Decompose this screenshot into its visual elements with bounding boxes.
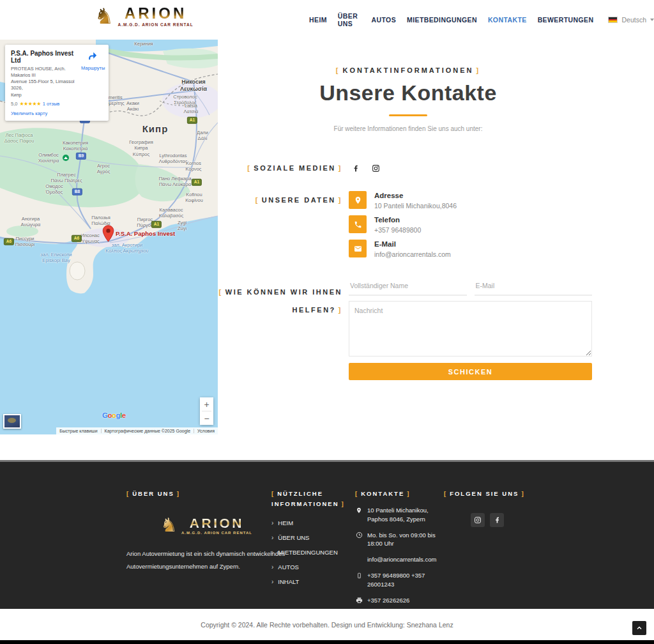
back-to-top-button[interactable] (632, 621, 646, 635)
footer-hours-item: Mo. bis So. von 09:00 bis 18:00 Uhr (355, 531, 443, 549)
social-label: [SOZIALE MEDIEN] (218, 165, 349, 172)
copyright-text: Copyright © 2024. Alle Rechte vorbehalte… (201, 621, 453, 629)
footer-email-item: info@arioncarrentals.com (355, 555, 443, 564)
copyright-bar: Copyright © 2024. Alle Rechte vorbehalte… (0, 609, 654, 640)
nav-item-mietbedingungen[interactable]: MIETBEDINGUNGEN (407, 16, 477, 24)
footer-facebook-button[interactable] (490, 513, 504, 527)
footer-brand-name: ARION (190, 516, 244, 530)
footer-address-item: 10 Panteli Michanikou, Paphos 8046, Zype… (355, 506, 443, 524)
footer-contacts-label: [KONTAKTE] (355, 489, 443, 499)
contact-form-row: [WIE KÖNNEN WIR IHNEN HELFEN?] SCHICKEN (218, 278, 598, 380)
reviews-link[interactable]: 1 отзыв (43, 101, 60, 107)
submit-button[interactable]: SCHICKEN (349, 363, 592, 380)
email-value: info@arioncarrentals.com (374, 250, 451, 258)
nav-item-autos[interactable]: AUTOS (371, 16, 396, 24)
mobile-phone-icon (355, 571, 363, 589)
horse-logo-icon: ♞ (160, 516, 178, 535)
footer-fax-item: +357 26262626 (355, 596, 443, 605)
caret-down-icon (650, 19, 654, 21)
footer-brand-subtitle: A.M.G.D. ARION CAR RENTAL (181, 531, 252, 535)
footer-phone-item: +357 96489800 +357 26001243 (355, 571, 443, 589)
instagram-icon (474, 516, 482, 524)
footer-link-mietbedingungen[interactable]: MIETBEDINGUNGEN (271, 549, 351, 556)
section-tag: [KONTAKTINFORMATIONEN] (218, 40, 598, 74)
road-badge: A6 (72, 235, 82, 242)
enlarge-map-link[interactable]: Увеличить карту (11, 111, 103, 116)
footer-instagram-button[interactable] (471, 513, 485, 527)
envelope-icon (349, 240, 367, 257)
google-map[interactable]: Кериния Никосия Λευκωσία Строволос Στρόβ… (0, 40, 218, 434)
contact-form: SCHICKEN (349, 278, 592, 380)
footer-logo[interactable]: ♞ ARION A.M.G.D. ARION CAR RENTAL (126, 516, 286, 535)
footer-link-inhalt[interactable]: INHALT (271, 578, 351, 585)
map-attribution: Быстрые клавиши Картографические данные … (56, 427, 218, 434)
contact-data-row: [UNSERE DATEN] Adresse 10 Panteli Michan… (218, 191, 598, 264)
road-badge: A1 (151, 221, 162, 228)
facebook-icon (493, 516, 501, 524)
footer-links-column: [NÜTZLICHE INFORMATIONEN] HEIM ÜBER UNS … (271, 489, 351, 585)
nav-item-bewertungen[interactable]: BEWERTUNGEN (538, 16, 594, 24)
page-title: Unsere Kontakte (218, 80, 598, 105)
language-selector[interactable]: Deutsch (608, 16, 654, 24)
email-item: E-Mail info@arioncarrentals.com (349, 240, 592, 258)
road-badge: A6 (4, 238, 14, 245)
place-address: PROTEAS HOUSE, Arch. Makarios III Avenue… (11, 66, 82, 98)
rating-stars-icon: ★★★★★ (19, 101, 40, 107)
map-marker-icon[interactable] (102, 225, 114, 242)
footer-link-heim[interactable]: HEIM (271, 519, 351, 526)
rating-value: 5,0 (11, 101, 17, 107)
location-pin-icon (355, 506, 363, 524)
nav-item-kontakte[interactable]: KONTAKTE (488, 16, 527, 24)
language-label: Deutsch (621, 16, 646, 24)
map-marker-label: P.S.A. Paphos Invest (116, 230, 175, 237)
road-badge: A1 (187, 117, 197, 124)
brand-subtitle: A.M.G.D. ARION CAR RENTAL (118, 22, 193, 27)
nav-item-heim[interactable]: HEIM (309, 16, 327, 24)
bottom-strip (0, 640, 654, 644)
zoom-out-button[interactable]: − (200, 411, 213, 425)
email-title: E-Mail (374, 240, 451, 248)
contact-section: [KONTAKTINFORMATIONEN] Unsere Kontakte F… (218, 40, 598, 434)
message-textarea[interactable] (349, 301, 592, 356)
phone-value: +357 96489800 (374, 226, 421, 234)
satellite-thumbnail[interactable] (3, 414, 21, 429)
footer-about-column: [ÜBER UNS] ♞ ARION A.M.G.D. ARION CAR RE… (126, 489, 286, 573)
phone-title: Telefon (374, 216, 421, 224)
directions-label: Маршруты (81, 65, 104, 71)
footer-link-ueber-uns[interactable]: ÜBER UNS (271, 534, 351, 541)
map-data-attribution: Картографические данные ©2025 Google (101, 429, 194, 433)
accent-divider (389, 114, 427, 116)
brand-logo[interactable]: ♞ ARION A.M.G.D. ARION CAR RENTAL (95, 5, 194, 27)
horse-logo-icon: ♞ (95, 5, 114, 27)
site-footer: [ÜBER UNS] ♞ ARION A.M.G.D. ARION CAR RE… (0, 460, 654, 609)
instagram-icon[interactable] (372, 164, 380, 172)
road-badge: A1 (192, 179, 202, 186)
facebook-icon[interactable] (351, 164, 360, 172)
section-subtitle: Für weitere Informationen finden Sie uns… (218, 125, 598, 132)
address-title: Adresse (374, 192, 457, 199)
footer-link-autos[interactable]: AUTOS (271, 564, 351, 571)
social-row: [SOZIALE MEDIEN] (218, 164, 598, 172)
location-pin-icon (349, 191, 367, 209)
map-zoom-controls: + − (200, 397, 213, 425)
address-item: Adresse 10 Panteli Michanikou,8046 (349, 191, 592, 210)
nav-item-ueber-uns[interactable]: ÜBER UNS (338, 12, 361, 27)
zoom-in-button[interactable]: + (200, 397, 213, 411)
google-logo[interactable]: Google (102, 411, 126, 419)
place-rating: 5,0 ★★★★★ 1 отзыв (11, 101, 103, 107)
fax-icon (355, 596, 363, 605)
footer-about-text: Arion Autovermietung ist ein sich dynami… (126, 548, 286, 573)
terms-link[interactable]: Условия (194, 429, 218, 433)
footer-contacts-column: [KONTAKTE] 10 Panteli Michanikou, Paphos… (355, 489, 443, 604)
main-nav: HEIM ÜBER UNS AUTOS MIETBEDINGUNGEN KONT… (309, 0, 654, 40)
email-input[interactable] (475, 278, 593, 296)
keyboard-shortcuts-link[interactable]: Быстрые клавиши (56, 429, 100, 433)
name-input[interactable] (349, 278, 467, 296)
place-title-link[interactable]: P.S.A. Paphos Invest Ltd (11, 50, 82, 64)
road-badge: B8 (72, 188, 82, 195)
map-info-card: P.S.A. Paphos Invest Ltd PROTEAS HOUSE, … (5, 45, 109, 121)
chevron-up-icon (635, 624, 643, 632)
mountain-peak-icon (63, 155, 69, 161)
directions-button[interactable]: Маршруты (81, 50, 104, 71)
address-value: 10 Panteli Michanikou,8046 (374, 202, 457, 210)
